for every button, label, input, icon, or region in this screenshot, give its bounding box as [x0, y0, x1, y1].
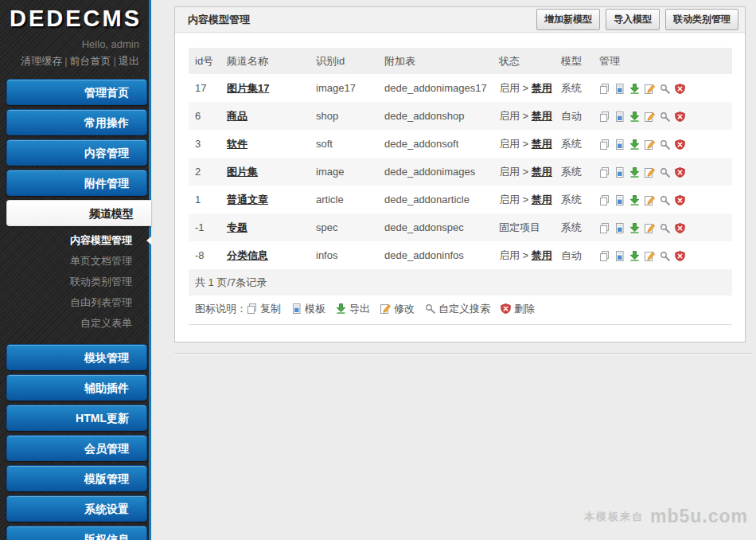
- submenu-item-custom-form[interactable]: 自定义表单: [0, 313, 151, 334]
- export-icon[interactable]: [629, 223, 640, 233]
- status-text: 启用 >: [499, 166, 528, 178]
- copy-icon[interactable]: [599, 167, 610, 178]
- copy-icon[interactable]: [599, 112, 610, 122]
- status-toggle-link[interactable]: 禁用: [532, 194, 552, 205]
- template-icon[interactable]: [614, 195, 625, 205]
- export-icon[interactable]: [629, 251, 640, 261]
- channel-name-link[interactable]: 分类信息: [227, 249, 268, 261]
- legend-label: 模板: [305, 302, 325, 316]
- search-icon[interactable]: [660, 139, 670, 150]
- template-icon[interactable]: [614, 84, 625, 94]
- delete-icon[interactable]: [675, 167, 685, 178]
- sidebar-item-template-management[interactable]: 模版管理: [6, 465, 147, 491]
- channel-name-link[interactable]: 专题: [227, 221, 247, 233]
- legend-item: 自定义搜索: [425, 302, 490, 316]
- content-panel: 内容模型管理 增加新模型导入模型联动类别管理 id号频道名称识别id附加表状态模…: [174, 6, 746, 342]
- copy-icon[interactable]: [599, 195, 610, 205]
- edit-icon[interactable]: [645, 112, 655, 122]
- submenu-item-content-model-management[interactable]: 内容模型管理: [0, 230, 151, 251]
- template-icon[interactable]: [614, 167, 625, 178]
- linkage-category-management-button[interactable]: 联动类别管理: [665, 9, 738, 30]
- edit-icon[interactable]: [645, 251, 655, 261]
- template-icon[interactable]: [614, 139, 625, 150]
- cell-model: 系统: [555, 186, 593, 213]
- pagination-info: 共 1 页/7条记录: [189, 269, 732, 295]
- search-icon[interactable]: [660, 195, 670, 205]
- sidebar-item-system-settings[interactable]: 系统设置: [6, 495, 147, 522]
- sidebar-item-channel-model[interactable]: 频道模型: [6, 200, 151, 226]
- delete-icon[interactable]: [675, 223, 685, 233]
- cell-status: 启用 > 禁用: [493, 241, 555, 269]
- delete-icon[interactable]: [675, 112, 685, 122]
- search-icon[interactable]: [660, 251, 670, 261]
- edit-icon[interactable]: [645, 223, 655, 233]
- cell-status: 启用 > 禁用: [493, 102, 555, 130]
- legend-prefix: 图标说明：: [195, 302, 247, 316]
- cell-id: 6: [189, 102, 220, 130]
- toplink-clear-cache[interactable]: 清理缓存: [21, 55, 62, 67]
- export-icon[interactable]: [629, 84, 640, 94]
- legend-item: 删除: [501, 302, 535, 316]
- toplink-logout[interactable]: 退出: [119, 55, 139, 67]
- legend-item: 模板: [291, 302, 325, 316]
- cell-channel-name: 图片集: [220, 158, 310, 186]
- models-table: id号频道名称识别id附加表状态模型管理 17图片集17image17dede_…: [189, 48, 732, 269]
- panel-body: id号频道名称识别id附加表状态模型管理 17图片集17image17dede_…: [175, 33, 745, 342]
- channel-name-link[interactable]: 图片集: [227, 166, 258, 178]
- sidebar-item-module-management[interactable]: 模块管理: [6, 344, 147, 370]
- submenu-item-linkage-category[interactable]: 联动类别管理: [0, 272, 151, 292]
- status-toggle-link[interactable]: 禁用: [532, 166, 552, 178]
- channel-name-link[interactable]: 图片集17: [227, 82, 269, 94]
- toplink-front-home[interactable]: 前台首页: [70, 55, 111, 67]
- copy-icon[interactable]: [599, 84, 610, 94]
- edit-icon[interactable]: [645, 195, 655, 205]
- template-icon[interactable]: [614, 112, 625, 122]
- copy-icon[interactable]: [599, 139, 610, 150]
- sidebar-item-auxiliary-plugins[interactable]: 辅助插件: [6, 374, 147, 401]
- export-icon[interactable]: [629, 139, 640, 150]
- sidebar-item-admin-home[interactable]: 管理首页: [6, 79, 147, 105]
- sidebar-item-member-management[interactable]: 会员管理: [6, 435, 147, 461]
- search-icon[interactable]: [660, 223, 670, 233]
- edit-icon[interactable]: [645, 167, 655, 178]
- search-icon[interactable]: [660, 84, 670, 94]
- sidebar-item-common-operations[interactable]: 常用操作: [6, 109, 147, 135]
- watermark: 本模板来自 mb5u.com: [584, 506, 748, 527]
- page-title: 内容模型管理: [188, 13, 531, 27]
- panel-divider: [189, 324, 732, 342]
- edit-icon[interactable]: [645, 84, 655, 94]
- status-toggle-link[interactable]: 禁用: [532, 110, 552, 122]
- sidebar-menu-bottom: 模块管理辅助插件HTML更新会员管理模版管理系统设置版权信息: [0, 344, 151, 540]
- status-toggle-link[interactable]: 禁用: [532, 82, 552, 94]
- add-new-model-button[interactable]: 增加新模型: [536, 9, 600, 30]
- channel-name-link[interactable]: 普通文章: [227, 194, 268, 205]
- delete-icon[interactable]: [675, 195, 685, 205]
- search-icon[interactable]: [660, 112, 670, 122]
- copy-icon[interactable]: [599, 251, 610, 261]
- status-toggle-link[interactable]: 禁用: [532, 249, 552, 261]
- edit-icon[interactable]: [645, 139, 655, 150]
- cell-status: 启用 > 禁用: [493, 74, 555, 102]
- submenu-item-free-list-management[interactable]: 自由列表管理: [0, 292, 151, 313]
- template-icon[interactable]: [614, 251, 625, 261]
- status-toggle-link[interactable]: 禁用: [532, 138, 552, 150]
- search-icon[interactable]: [660, 167, 670, 178]
- template-icon[interactable]: [614, 223, 625, 233]
- sidebar-item-content-management[interactable]: 内容管理: [6, 139, 147, 166]
- copy-icon[interactable]: [599, 223, 610, 233]
- import-model-button[interactable]: 导入模型: [606, 9, 660, 30]
- export-icon[interactable]: [629, 167, 640, 178]
- sidebar-item-copyright-info[interactable]: 版权信息: [6, 526, 147, 540]
- cell-addon-table: dede_addonspec: [378, 213, 493, 241]
- sidebar-item-html-update[interactable]: HTML更新: [6, 405, 147, 431]
- delete-icon[interactable]: [675, 251, 685, 261]
- sidebar-item-attachment-management[interactable]: 附件管理: [6, 170, 147, 196]
- column-header: 识别id: [310, 48, 378, 74]
- export-icon[interactable]: [629, 112, 640, 122]
- channel-name-link[interactable]: 软件: [227, 138, 247, 150]
- submenu-item-single-page-document[interactable]: 单页文档管理: [0, 251, 151, 272]
- channel-name-link[interactable]: 商品: [227, 110, 247, 122]
- export-icon[interactable]: [629, 195, 640, 205]
- delete-icon[interactable]: [675, 139, 685, 150]
- delete-icon[interactable]: [675, 84, 685, 94]
